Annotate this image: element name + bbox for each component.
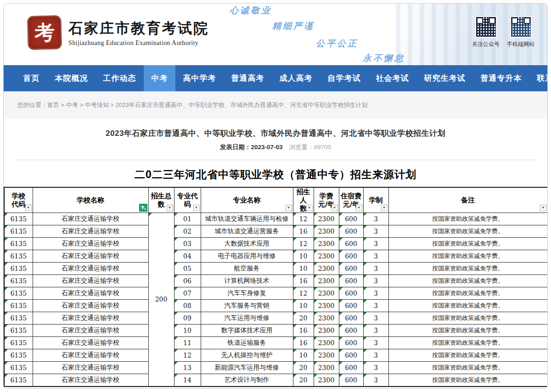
col-header-total: 招生总 数▼ — [148, 187, 174, 213]
slogan-1: 心诚敬业 — [230, 5, 272, 17]
breadcrumb-item-1[interactable]: 首页 — [47, 101, 59, 108]
cell-accommodation: 600 — [339, 349, 363, 362]
filter-dropdown-icon-tuition[interactable]: ▼ — [332, 205, 338, 211]
table-title: 二0二三年河北省中等职业学校（普通中专）招生来源计划 — [4, 167, 547, 182]
nav-item-11[interactable]: 普通专升本 — [473, 65, 529, 91]
cell-major-name: 城市轨道交通运营服务 — [201, 225, 293, 238]
filter-active-icon-school_name[interactable] — [139, 204, 147, 212]
page-frame: 考 石家庄市教育考试院 Shijiazhuang Education Exami… — [3, 3, 548, 389]
nav-item-8[interactable]: 自学考试 — [320, 65, 368, 91]
cell-major-name: 航空服务 — [201, 263, 293, 275]
filter-dropdown-icon-school_code[interactable]: ▼ — [25, 205, 32, 211]
cell-duration: 3 — [363, 213, 388, 225]
cell-duration: 3 — [363, 275, 388, 287]
cell-remark: 按国家资助政策减免学费。 — [388, 275, 548, 287]
cell-major-code: 05 — [174, 263, 201, 275]
cell-school-name: 石家庄交通运输学校 — [33, 250, 148, 263]
cell-remark: 按国家资助政策减免学费。 — [388, 349, 548, 362]
col-header-tuition: 学费 元/年▼ — [314, 187, 339, 213]
cell-accommodation: 600 — [339, 213, 363, 225]
breadcrumb-item-2[interactable]: 中考 — [66, 101, 78, 108]
cell-remark: 按国家资助政策减免学费。 — [388, 300, 548, 312]
seal-character: 考 — [34, 19, 55, 46]
nav-item-1[interactable]: 首页 — [16, 65, 47, 91]
breadcrumb-path: 首页 > 中考 > 中考须知 > 2023年石家庄市普通高中、中等职业学校、市域… — [47, 101, 367, 108]
cell-duration: 3 — [363, 362, 388, 374]
cell-accommodation: 600 — [339, 287, 363, 300]
cell-accommodation: 600 — [339, 374, 363, 386]
col-label-school_code: 学校 代码 — [11, 192, 25, 208]
cell-duration: 3 — [363, 337, 388, 349]
org-name-en: Shijiazhuang Education Examination Autho… — [68, 39, 209, 47]
filter-dropdown-icon-total[interactable]: ▼ — [167, 205, 173, 211]
nav-item-9[interactable]: 社会考试 — [368, 65, 416, 91]
cell-students: 16 — [293, 337, 314, 349]
cell-students: 12 — [293, 287, 314, 300]
nav-item-12[interactable]: 联系我们 — [529, 65, 548, 91]
filter-dropdown-icon-students[interactable]: ▼ — [306, 205, 313, 211]
mobile-qr-code — [510, 16, 532, 38]
cell-tuition: 2300 — [314, 374, 339, 386]
brand: 考 石家庄市教育考试院 Shijiazhuang Education Exami… — [28, 16, 209, 50]
table-row: 6135石家庄交通运输学校04电子电器应用与维修1023006003按国家资助政… — [4, 250, 548, 263]
nav-item-5[interactable]: 高中学考 — [175, 65, 224, 91]
plan-table-body: 6135石家庄交通运输学校20001城市轨道交通车辆运用与检修122300600… — [4, 213, 548, 386]
filter-dropdown-icon-remark[interactable]: ▼ — [540, 205, 546, 211]
col-label-remark: 备注 — [461, 196, 475, 204]
cell-tuition: 2300 — [314, 263, 339, 275]
nav-item-7[interactable]: 成人高考 — [272, 65, 320, 91]
col-header-major_code: 专业代 码▼ — [174, 187, 201, 213]
cell-school-name: 石家庄交通运输学校 — [33, 337, 148, 349]
cell-school-name: 石家庄交通运输学校 — [33, 263, 148, 275]
nav-item-6[interactable]: 普通高考 — [224, 65, 272, 91]
cell-accommodation: 600 — [339, 275, 363, 287]
cell-tuition: 2300 — [314, 362, 339, 374]
table-row: 6135石家庄交通运输学校09汽车运用与维修2023006003按国家资助政策减… — [4, 312, 548, 325]
cell-major-name: 汽车车身修复 — [201, 287, 293, 300]
cell-school-code: 6135 — [4, 238, 33, 250]
mobile-qr-item: 手机端网站 — [507, 16, 534, 48]
cell-major-code: 04 — [174, 250, 201, 263]
table-row: 6135石家庄交通运输学校10数字媒体技术应用1623006003按国家资助政策… — [4, 325, 548, 337]
nav-item-10[interactable]: 研究生考试 — [416, 65, 473, 91]
cell-major-name: 电子电器应用与维修 — [201, 250, 293, 263]
cell-students: 16 — [293, 275, 314, 287]
cell-total-enrollment: 200 — [148, 213, 174, 386]
filter-dropdown-icon-major_name[interactable]: ▼ — [286, 205, 292, 211]
filter-dropdown-icon-duration[interactable]: ▼ — [381, 205, 388, 211]
nav-item-2[interactable]: 本院概况 — [47, 65, 96, 91]
article-title: 2023年石家庄市普通高中、中等职业学校、市域外民办普通高中、河北省中等职业学校… — [4, 128, 547, 139]
cell-major-code: 08 — [174, 300, 201, 312]
breadcrumb-item-3[interactable]: 中考须知 — [85, 101, 109, 108]
cell-school-name: 石家庄交通运输学校 — [33, 300, 148, 312]
cell-school-code: 6135 — [4, 225, 33, 238]
table-row: 6135石家庄交通运输学校06计算机网络技术1623006003按国家资助政策减… — [4, 275, 548, 287]
cell-major-name: 城市轨道交通车辆运用与检修 — [201, 213, 293, 225]
cell-tuition: 2300 — [314, 325, 339, 337]
nav-item-4[interactable]: 中考 — [144, 65, 175, 91]
col-header-students: 招生人 数▼ — [293, 187, 314, 213]
cell-school-code: 6135 — [4, 337, 33, 349]
cell-tuition: 2300 — [314, 287, 339, 300]
table-row: 6135石家庄交通运输学校12无人机操控与维护1023006003按国家资助政策… — [4, 349, 548, 362]
slogan-4: 永不懈怠 — [363, 52, 405, 64]
filter-dropdown-icon-major_code[interactable]: ▼ — [193, 205, 200, 211]
cell-major-code: 09 — [174, 312, 201, 325]
breadcrumb-separator: > — [78, 101, 85, 108]
cell-accommodation: 600 — [339, 325, 363, 337]
cell-major-code: 14 — [174, 374, 201, 386]
cell-tuition: 2300 — [314, 250, 339, 263]
cell-major-code: 13 — [174, 362, 201, 374]
cell-school-name: 石家庄交通运输学校 — [33, 362, 148, 374]
cell-school-code: 6135 — [4, 374, 33, 386]
nav-item-3[interactable]: 工作动态 — [96, 65, 144, 91]
col-label-major_name: 专业名称 — [233, 196, 261, 204]
cell-major-code: 11 — [174, 337, 201, 349]
table-row: 6135石家庄交通运输学校08汽车服务与营销1023006003按国家资助政策减… — [4, 300, 548, 312]
filter-dropdown-icon-accommodation[interactable]: ▼ — [356, 205, 362, 211]
col-header-school_name: 学校名称 — [33, 187, 148, 213]
cell-major-name: 汽车运用与维修 — [201, 312, 293, 325]
cell-major-name: 汽车服务与营销 — [201, 300, 293, 312]
cell-remark: 按国家资助政策减免学费。 — [388, 374, 548, 386]
cell-major-name: 铁道运输服务 — [201, 337, 293, 349]
